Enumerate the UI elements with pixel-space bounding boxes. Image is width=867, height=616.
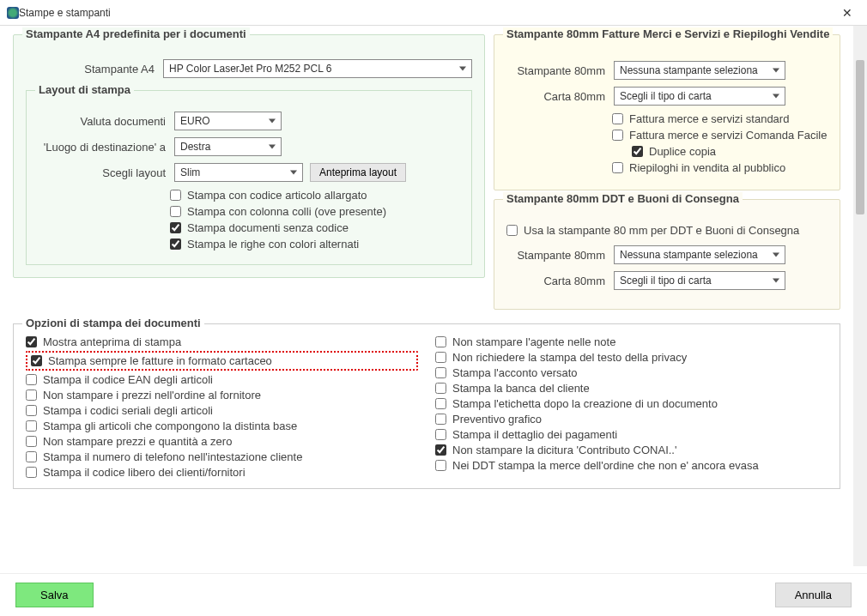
80mm-invoices-group: Stampante 80mm Fatture Merci e Servizi e… bbox=[494, 34, 840, 190]
80a-paper-label: Carta 80mm bbox=[506, 90, 605, 103]
vertical-scrollbar[interactable] bbox=[853, 26, 867, 566]
80mm-ddt-group: Stampante 80mm DDT e Buoni di Consegna U… bbox=[494, 199, 840, 310]
a4-printer-group: Stampante A4 predefinita per i documenti… bbox=[13, 34, 485, 278]
option-checkbox[interactable]: Nei DDT stampa la merce dell'ordine che … bbox=[435, 459, 828, 472]
option-checkbox[interactable]: Preventivo grafico bbox=[435, 413, 828, 426]
option-checkbox[interactable]: Non stampare prezzi e quantità a zero bbox=[26, 435, 418, 448]
a4-printer-select[interactable]: HP Color LaserJet Pro M252 PCL 6 bbox=[163, 59, 472, 78]
option-checkbox[interactable]: Stampa la banca del cliente bbox=[435, 382, 828, 395]
chk-riepiloghi[interactable]: Riepiloghi in vendita al pubblico bbox=[506, 161, 828, 174]
scrollbar-thumb[interactable] bbox=[856, 60, 864, 214]
option-checkbox[interactable]: Non stampare l'agente nelle note bbox=[435, 335, 828, 348]
a4-legend: Stampante A4 predefinita per i documenti bbox=[22, 27, 250, 40]
option-checkbox[interactable]: Stampa l'acconto versato bbox=[435, 366, 828, 379]
currency-label: Valuta documenti bbox=[37, 115, 166, 128]
a4-printer-label: Stampante A4 bbox=[26, 63, 155, 75]
layout-label-text: Scegli layout bbox=[37, 166, 166, 179]
option-checkbox[interactable]: Stampa sempre le fatture in formato cart… bbox=[26, 351, 418, 371]
chk-duplice[interactable]: Duplice copia bbox=[506, 145, 828, 158]
chk-nocode[interactable]: Stampa documenti senza codice bbox=[37, 221, 461, 234]
80b-printer-label: Stampante 80mm bbox=[506, 249, 605, 262]
layout-group: Layout di stampa Valuta documenti EURO '… bbox=[26, 90, 472, 265]
print-options-group: Opzioni di stampa dei documenti Mostra a… bbox=[13, 323, 840, 489]
chk-fattura-std[interactable]: Fattura merce e servizi standard bbox=[506, 112, 828, 125]
option-checkbox[interactable]: Stampa il numero di telefono nell'intest… bbox=[26, 450, 418, 463]
print-options-legend: Opzioni di stampa dei documenti bbox=[22, 317, 204, 329]
app-icon bbox=[7, 7, 19, 19]
currency-select[interactable]: EURO bbox=[174, 112, 282, 130]
80a-printer-label: Stampante 80mm bbox=[506, 64, 605, 77]
80b-paper-select[interactable]: Scegli il tipo di carta bbox=[614, 271, 785, 290]
80a-printer-select[interactable]: Nessuna stampante seleziona bbox=[614, 61, 785, 80]
save-button[interactable]: Salva bbox=[15, 583, 94, 607]
chk-large-code[interactable]: Stampa con codice articolo allargato bbox=[37, 189, 461, 202]
layout-select[interactable]: Slim bbox=[174, 163, 303, 182]
cancel-button[interactable]: Annulla bbox=[775, 583, 852, 607]
dest-label: 'Luogo di destinazione' a bbox=[37, 141, 166, 154]
80b-paper-label: Carta 80mm bbox=[506, 275, 605, 287]
footer: Salva Annulla bbox=[0, 573, 867, 616]
80mm-invoices-legend: Stampante 80mm Fatture Merci e Servizi e… bbox=[503, 27, 833, 40]
option-checkbox[interactable]: Stampa il codice libero dei clienti/forn… bbox=[26, 466, 418, 479]
close-button[interactable]: ✕ bbox=[834, 6, 860, 20]
chk-fattura-comanda[interactable]: Fattura merce e servizi Comanda Facile bbox=[506, 129, 828, 142]
option-checkbox[interactable]: Stampa i codici seriali degli articoli bbox=[26, 404, 418, 417]
dest-select[interactable]: Destra bbox=[174, 137, 282, 156]
option-checkbox[interactable]: Non stampare la dicitura 'Contributo CON… bbox=[435, 444, 828, 456]
80b-printer-select[interactable]: Nessuna stampante seleziona bbox=[614, 245, 785, 264]
option-checkbox[interactable]: Mostra anteprima di stampa bbox=[26, 335, 418, 348]
option-checkbox[interactable]: Non richiedere la stampa del testo della… bbox=[435, 351, 828, 364]
option-checkbox[interactable]: Non stampare i prezzi nell'ordine al for… bbox=[26, 389, 418, 402]
80a-paper-select[interactable]: Scegli il tipo di carta bbox=[614, 87, 785, 106]
window-title: Stampe e stampanti bbox=[19, 7, 834, 19]
titlebar: Stampe e stampanti ✕ bbox=[0, 0, 867, 26]
chk-use-80mm-ddt[interactable]: Usa la stampante 80 mm per DDT e Buoni d… bbox=[506, 224, 828, 237]
option-checkbox[interactable]: Stampa gli articoli che compongono la di… bbox=[26, 420, 418, 432]
option-checkbox[interactable]: Stampa l'etichetta dopo la creazione di … bbox=[435, 397, 828, 410]
preview-layout-button[interactable]: Anteprima layout bbox=[310, 163, 406, 182]
chk-colli[interactable]: Stampa con colonna colli (ove presente) bbox=[37, 205, 461, 218]
option-checkbox[interactable]: Stampa il codice EAN degli articoli bbox=[26, 373, 418, 386]
option-checkbox[interactable]: Stampa il dettaglio dei pagamenti bbox=[435, 428, 828, 441]
layout-legend: Layout di stampa bbox=[35, 83, 134, 96]
80mm-ddt-legend: Stampante 80mm DDT e Buoni di Consegna bbox=[503, 192, 743, 205]
chk-altrows[interactable]: Stampa le righe con colori alternati bbox=[37, 238, 461, 251]
